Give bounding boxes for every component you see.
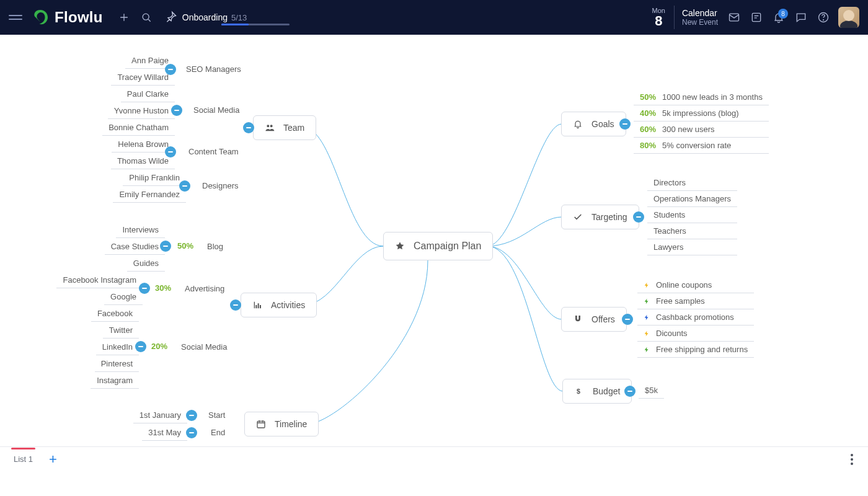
menu-toggle-icon[interactable] [9,15,22,20]
calendar-label: Calendar [682,8,718,18]
leaf-item[interactable]: Students [647,207,737,223]
inbox-icon[interactable] [723,6,745,29]
more-options-button[interactable] [847,450,857,469]
collapse-toggle[interactable] [633,211,644,223]
collapse-toggle[interactable] [179,180,190,192]
collapse-toggle[interactable] [230,299,241,311]
group-label[interactable]: Advertising [179,281,231,296]
node-timeline[interactable]: Timeline [244,412,319,436]
leaf-item[interactable]: Yvonne Huston [108,103,175,119]
leaf-item[interactable]: Free shipping and returns [637,342,754,358]
search-button[interactable] [135,6,157,29]
chat-icon[interactable] [790,6,812,29]
group-label[interactable]: Designers [196,178,245,193]
percent: 40% [640,108,656,118]
leaf-item[interactable]: LinkedIn [96,339,139,355]
logo[interactable]: Flowlu [31,8,103,27]
group-label[interactable]: Content Team [182,144,245,159]
leaf-item[interactable]: Lawyers [647,239,737,255]
node-campaign-plan[interactable]: Campaign Plan [383,232,493,260]
leaf-item[interactable]: Free samples [637,293,754,309]
leaf-item[interactable]: 31st May [142,425,187,441]
user-avatar[interactable] [838,7,859,28]
collapse-toggle[interactable] [186,427,197,438]
collapse-toggle[interactable] [619,118,631,130]
leaf-item[interactable]: $5k [639,383,664,399]
leaf-item[interactable]: 1st January [133,407,187,423]
leaf-item[interactable]: 40%5k impressions (blog) [634,105,769,122]
onboarding-widget[interactable]: Onboarding 5/13 [165,11,247,25]
leaf-item[interactable]: Facebook [91,306,139,322]
leaf-item[interactable]: Pinterest [95,356,139,372]
logo-text: Flowlu [55,9,103,26]
notes-icon[interactable] [745,6,768,29]
collapse-toggle[interactable] [165,64,176,75]
leaf-item[interactable]: Thomas Wilde [111,153,175,169]
collapse-toggle[interactable] [139,283,150,294]
calendar-widget[interactable]: Mon 8 Calendar New Event [652,6,718,29]
node-offers[interactable]: Offers [561,307,627,332]
leaf-item[interactable]: Philip Franklin [123,170,186,186]
leaf-item[interactable]: Emily Fernandez [113,187,186,203]
leaf-item[interactable]: Paul Clarke [121,86,175,102]
leaf-item[interactable]: 60%300 new users [634,122,769,138]
group-label[interactable]: End [205,425,231,440]
bolt-icon [644,297,650,306]
pin-icon [165,11,177,25]
leaf-item[interactable]: Facebook Instagram [56,272,143,288]
leaf-item[interactable]: Twitter [103,322,139,339]
group-label[interactable]: SEO Managers [180,61,247,77]
help-icon[interactable] [812,6,835,29]
collapse-toggle[interactable] [165,146,176,157]
node-title: Timeline [275,419,307,429]
leaf-item[interactable]: Online coupons [637,277,754,293]
leaf-item[interactable]: Dicounts [637,326,754,342]
star-icon [395,241,405,251]
node-team[interactable]: Team [253,115,316,140]
node-title: Team [283,123,304,133]
leaf-item[interactable]: Cashback promotions [637,309,754,326]
notifications-icon[interactable]: 8 [768,6,790,29]
notifications-badge: 8 [778,9,788,19]
bottom-bar: List 1 + [0,446,868,471]
leaf-item[interactable]: Operations Managers [647,191,737,207]
collapse-toggle[interactable] [135,341,146,352]
add-button[interactable] [113,6,135,29]
leaf-item[interactable]: Google [104,289,143,305]
collapse-toggle[interactable] [622,314,633,325]
group-label[interactable]: Social Media [175,339,233,355]
leaf-item[interactable]: Interviews [116,222,165,238]
node-goals[interactable]: Goals [561,112,626,136]
bolt-icon [644,329,650,338]
list-tab[interactable]: List 1 [11,448,35,470]
leaf-item[interactable]: Teachers [647,223,737,239]
collapse-toggle[interactable] [186,410,197,421]
collapse-toggle[interactable] [160,241,171,252]
bolt-icon [644,345,650,354]
group-label[interactable]: Social Media [187,102,246,118]
leaf-item[interactable]: Guides [127,255,165,272]
chart-icon [252,300,262,310]
team-icon [265,123,275,133]
leaf-item[interactable]: Bonnie Chatham [102,120,175,136]
node-budget[interactable]: $ Budget [562,379,632,404]
svg-rect-2 [752,13,760,21]
collapse-toggle[interactable] [171,105,182,116]
flowlu-logo-icon [31,8,50,27]
group-label[interactable]: Start [202,407,231,423]
leaf-item[interactable]: Case Studies [105,239,165,255]
mindmap-canvas[interactable]: Campaign Plan Team Ann PaigeTracey Willa… [0,35,868,471]
node-activities[interactable]: Activities [241,293,317,317]
magnet-icon [573,314,583,324]
leaf-item[interactable]: 80%5% conversion rate [634,138,769,154]
node-targeting[interactable]: Targeting [561,205,639,229]
leaf-item[interactable]: Directors [647,175,737,191]
onboarding-progress [221,24,290,25]
leaf-item[interactable]: Instagram [91,373,139,389]
calendar-icon [256,419,266,429]
group-label[interactable]: Blog [201,239,229,254]
collapse-toggle[interactable] [624,386,636,397]
leaf-item[interactable]: 50%1000 new leads in 3 months [634,89,769,105]
add-list-button[interactable]: + [49,453,57,466]
collapse-toggle[interactable] [243,122,254,133]
